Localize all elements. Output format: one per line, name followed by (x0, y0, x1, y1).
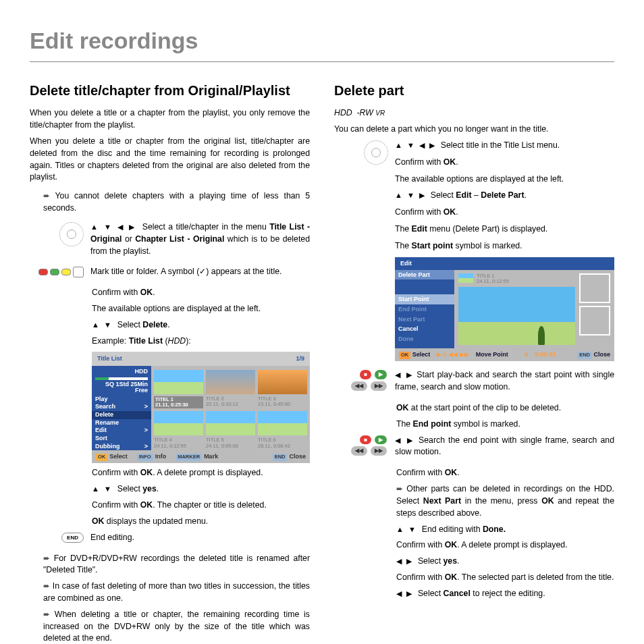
note: In case of fast deleting of more than tw… (43, 581, 310, 605)
arrows-icon: ▲ ▼ ▶ (395, 191, 426, 199)
para: When you delete a title or chapter from … (30, 136, 310, 184)
arrows-icon: ▲ ▼ (92, 321, 113, 329)
heading-delete-title: Delete title/chapter from Original/Playl… (30, 81, 310, 101)
arrows-icon: ◀ ▶ (396, 589, 413, 597)
page-title: Edit recordings (30, 24, 614, 57)
nav-wheel-icon (59, 222, 84, 246)
arrows-icon: ▲ ▼ ◀ ▶ (90, 223, 136, 231)
note: You cannot delete chapters with a playin… (43, 190, 310, 215)
heading-delete-part: Delete part (334, 81, 614, 101)
color-buttons-icon (38, 267, 84, 277)
divider (30, 61, 614, 62)
arrows-icon: ◀ ▶ (396, 557, 413, 565)
para: You can delete a part which you no longe… (334, 124, 614, 136)
step: Mark title or folder. A symbol (✓) appea… (90, 266, 310, 278)
right-column: Delete part HDD -RW VR You can delete a … (334, 81, 614, 644)
playback-buttons-icon: ■▶ ◀◀▶▶ (351, 435, 388, 456)
subhead: HDD -RW VR (334, 107, 614, 119)
arrows-icon: ▲ ▼ (92, 485, 113, 493)
note: When deleting a title or chapter, the re… (43, 609, 310, 644)
nav-wheel-icon (364, 140, 388, 165)
note: For DVD+R/DVD+RW recordings the deleted … (43, 553, 310, 577)
playback-buttons-icon: ■▶ ◀◀▶▶ (351, 370, 388, 390)
para: When you delete a title or a chapter fro… (30, 107, 310, 132)
title-list-screenshot: Title List1/9 HDD SQ 1Std 25MinFree Play… (92, 352, 310, 464)
edit-delete-part-screenshot: Edit Delete Part Start Point End Point N… (395, 257, 614, 362)
arrows-icon: ◀ ▶ (395, 371, 414, 379)
arrows-icon: ▲ ▼ (396, 525, 417, 533)
left-column: Delete title/chapter from Original/Playl… (30, 81, 310, 644)
end-button-icon: END (61, 533, 84, 543)
step: End editing. (90, 532, 310, 544)
step: The available options are displayed at t… (92, 303, 310, 315)
arrows-icon: ◀ ▶ (395, 436, 415, 444)
arrows-icon: ▲ ▼ ◀ ▶ (395, 141, 436, 149)
step: The available options are displayed at t… (395, 173, 614, 186)
